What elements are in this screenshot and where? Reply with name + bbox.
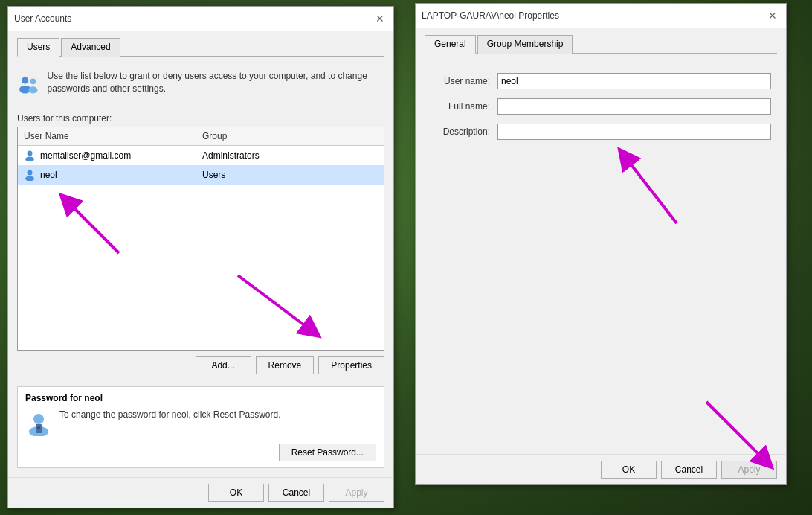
- properties-footer: OK Cancel Apply: [416, 454, 786, 484]
- header-username: User Name: [22, 129, 201, 144]
- info-text: Use the list below to grant or deny user…: [48, 70, 384, 95]
- add-button[interactable]: Add...: [196, 356, 251, 374]
- password-content: To change the password for neol, click R…: [25, 409, 376, 436]
- info-section: Use the list below to grant or deny user…: [17, 64, 384, 106]
- properties-titlebar: LAPTOP-GAURAV\neol Properties ✕: [416, 4, 786, 28]
- ok-button-ua[interactable]: OK: [208, 484, 264, 502]
- user-row-icon-2: [24, 169, 36, 181]
- svg-point-4: [28, 151, 33, 156]
- cell-group-2: Users: [201, 167, 379, 183]
- label-fullname: Full name:: [431, 101, 497, 112]
- properties-button[interactable]: Properties: [318, 356, 384, 374]
- tab-users[interactable]: Users: [17, 38, 59, 57]
- user-accounts-content: Users Advanced Use the list below to gra…: [8, 31, 393, 477]
- svg-point-11: [37, 426, 40, 429]
- user-table-buttons: Add... Remove Properties: [17, 356, 384, 374]
- input-username[interactable]: [497, 73, 771, 89]
- password-section: Password for neol To change the password…: [17, 386, 384, 468]
- apply-button-ua[interactable]: Apply: [329, 484, 384, 502]
- tab-general[interactable]: General: [425, 35, 476, 54]
- users-icon: [17, 70, 40, 100]
- password-title: Password for neol: [25, 393, 376, 403]
- remove-button[interactable]: Remove: [256, 356, 315, 374]
- user-accounts-titlebar: User Accounts ✕: [8, 7, 393, 31]
- users-table: User Name Group mentaliser@gmail.com Adm…: [17, 127, 384, 351]
- form-row-description: Description:: [431, 124, 771, 140]
- cancel-button-ua[interactable]: Cancel: [268, 484, 324, 502]
- user-row-icon-1: [24, 150, 36, 161]
- user-accounts-dialog: User Accounts ✕ Users Advanced Use the l…: [7, 6, 394, 508]
- user-accounts-footer: OK Cancel Apply: [8, 477, 393, 508]
- svg-point-0: [22, 77, 28, 83]
- label-description: Description:: [431, 127, 497, 137]
- label-username: User name:: [431, 76, 497, 86]
- svg-point-5: [25, 157, 34, 162]
- properties-dialog: LAPTOP-GAURAV\neol Properties ✕ General …: [415, 3, 787, 485]
- svg-point-2: [30, 79, 36, 85]
- properties-tabs: General Group Membership: [425, 34, 777, 54]
- properties-title: LAPTOP-GAURAV\neol Properties: [422, 10, 559, 21]
- form-row-fullname: Full name:: [431, 98, 771, 115]
- header-group: Group: [201, 129, 379, 144]
- form-row-username: User name:: [431, 73, 771, 89]
- table-header: User Name Group: [18, 127, 384, 146]
- cell-username-2: neol: [22, 167, 201, 183]
- table-row[interactable]: neol Users: [18, 165, 384, 185]
- properties-close-button[interactable]: ✕: [765, 8, 780, 23]
- properties-form: User name: Full name: Description:: [425, 61, 777, 445]
- user-accounts-close-button[interactable]: ✕: [373, 11, 387, 26]
- cell-username-1: mentaliser@gmail.com: [22, 147, 201, 164]
- cell-group-1: Administrators: [201, 147, 379, 164]
- password-text: To change the password for neol, click R…: [59, 409, 280, 420]
- table-row[interactable]: mentaliser@gmail.com Administrators: [18, 146, 384, 165]
- input-fullname[interactable]: [497, 98, 771, 115]
- input-description[interactable]: [497, 124, 771, 140]
- ok-button-prop[interactable]: OK: [601, 461, 657, 479]
- apply-button-prop[interactable]: Apply: [721, 461, 777, 479]
- svg-point-7: [25, 176, 34, 182]
- properties-content: General Group Membership User name: Full…: [416, 28, 786, 454]
- cancel-button-prop[interactable]: Cancel: [661, 461, 717, 479]
- svg-point-3: [28, 86, 37, 93]
- users-section-label: Users for this computer:: [17, 113, 384, 124]
- password-icon: [25, 409, 52, 436]
- user-accounts-tabs: Users Advanced: [17, 37, 384, 57]
- svg-point-8: [33, 414, 44, 424]
- reset-password-button[interactable]: Reset Password...: [279, 444, 376, 461]
- tab-group-membership[interactable]: Group Membership: [477, 35, 573, 54]
- svg-point-6: [28, 170, 33, 176]
- user-accounts-title: User Accounts: [14, 13, 71, 24]
- tab-advanced[interactable]: Advanced: [61, 38, 120, 57]
